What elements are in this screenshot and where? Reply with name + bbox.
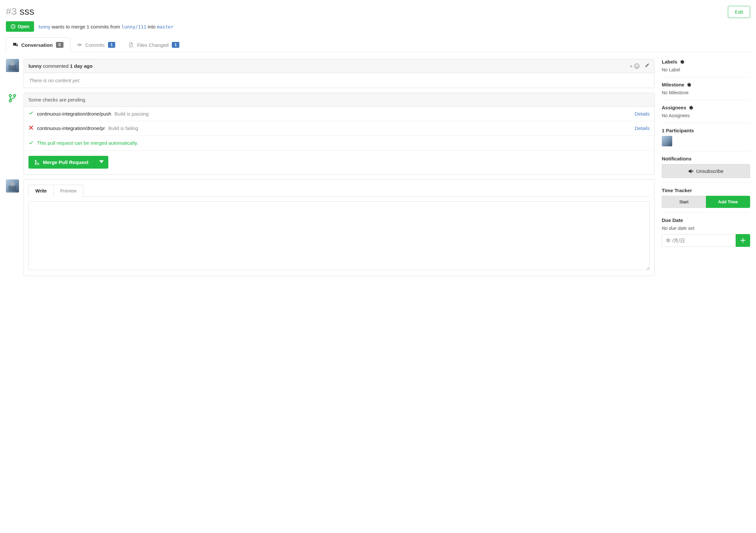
- new-comment-item: Write Preview: [6, 180, 655, 276]
- merge-dropdown-button[interactable]: [94, 156, 108, 169]
- edit-button[interactable]: Edit: [728, 6, 750, 18]
- labels-head-text: Labels: [662, 59, 677, 65]
- merge-pr-button[interactable]: Merge Pull Request: [28, 156, 94, 169]
- caret-down-icon: [99, 159, 104, 164]
- duedate-heading: Due Date: [662, 217, 750, 223]
- svg-point-2: [635, 65, 636, 66]
- tab-commits-label: Commits: [85, 42, 105, 48]
- gear-icon: [680, 60, 685, 64]
- comment-textarea[interactable]: [28, 201, 650, 270]
- timetracker-heading: Time Tracker: [662, 187, 750, 193]
- svg-point-4: [9, 95, 12, 97]
- svg-point-9: [35, 163, 36, 165]
- check-row: continuous-integration/drone/push Build …: [24, 107, 654, 121]
- source-branch[interactable]: lunny/111: [122, 24, 146, 29]
- svg-point-5: [14, 95, 16, 97]
- tab-files-label: Files Changed: [137, 42, 169, 48]
- edit-comment-button[interactable]: [644, 63, 650, 69]
- milestone-none: No Milestone: [662, 90, 750, 95]
- comment-body: There is no content yet.: [24, 73, 654, 88]
- git-merge-white-icon: [34, 160, 40, 165]
- check-details-link[interactable]: Details: [634, 111, 650, 117]
- check-context: continuous-integration/drone/push: [37, 111, 111, 117]
- participants-heading: 1 Participants: [662, 128, 750, 133]
- svg-point-3: [637, 65, 638, 66]
- page-title: #3 sss: [6, 6, 34, 17]
- git-merge-icon: [8, 94, 17, 102]
- comment-timestamp: 1 day ago: [70, 63, 93, 69]
- files-count: 1: [172, 42, 179, 48]
- merge-intro-text: wants to merge 1 commits from: [50, 24, 122, 29]
- plus-label: +: [630, 63, 633, 69]
- check-status-text: Build is passing: [115, 111, 148, 117]
- author-link[interactable]: lunny: [39, 24, 50, 29]
- merge-pr-label: Merge Pull Request: [43, 159, 88, 165]
- participant-avatar[interactable]: [662, 136, 672, 146]
- add-reaction-button[interactable]: +: [630, 63, 640, 69]
- gear-icon: [689, 105, 693, 110]
- tab-files[interactable]: Files Changed 1: [122, 38, 186, 52]
- unsubscribe-button[interactable]: Unsubscribe: [662, 164, 750, 178]
- alert-circle-icon: [11, 24, 16, 29]
- open-badge: Open: [6, 21, 34, 32]
- check-pass-icon: [28, 111, 34, 117]
- smiley-icon: [634, 63, 640, 69]
- conversation-icon: [13, 42, 18, 47]
- tab-conversation[interactable]: Conversation 0: [6, 37, 70, 52]
- duedate-none: No due date set.: [662, 226, 750, 231]
- comment-header: lunny commented 1 day ago: [28, 63, 93, 69]
- comment-verb: commented: [41, 63, 70, 69]
- tabs: Conversation 0 Commits 1 Files Changed 1: [6, 37, 750, 52]
- mute-icon: [688, 169, 693, 174]
- unsubscribe-label: Unsubscribe: [696, 168, 723, 174]
- checks-item: Some checks are pending continuous-integ…: [6, 93, 655, 175]
- avatar[interactable]: [6, 180, 19, 192]
- issue-title-text: sss: [20, 6, 34, 17]
- merge-ok-row: This pull request can be merged automati…: [24, 135, 654, 150]
- plus-icon: [741, 238, 745, 242]
- checks-heading: Some checks are pending: [24, 93, 654, 107]
- notifications-heading: Notifications: [662, 156, 750, 161]
- editor-tab-preview[interactable]: Preview: [54, 185, 83, 197]
- pencil-icon: [644, 63, 650, 68]
- svg-point-6: [9, 100, 12, 102]
- milestone-heading[interactable]: Milestone: [662, 82, 750, 87]
- into-word: into: [146, 24, 157, 29]
- target-branch[interactable]: master: [157, 24, 174, 29]
- conversation-count: 0: [56, 42, 64, 48]
- check-icon: [28, 140, 34, 146]
- check-row: continuous-integration/drone/pr Build is…: [24, 121, 654, 135]
- check-context: continuous-integration/drone/pr: [37, 126, 105, 131]
- check-details-link[interactable]: Details: [634, 126, 650, 131]
- comment-author[interactable]: lunny: [28, 63, 41, 69]
- check-fail-icon: [28, 125, 34, 131]
- labels-none: No Label: [662, 67, 750, 72]
- labels-heading[interactable]: Labels: [662, 59, 750, 65]
- tab-commits[interactable]: Commits 1: [70, 38, 122, 52]
- commit-icon: [77, 42, 82, 47]
- assignees-heading[interactable]: Assignees: [662, 105, 750, 110]
- assignees-head-text: Assignees: [662, 105, 686, 110]
- timetracker-add-button[interactable]: Add Time: [706, 196, 750, 208]
- editor-tab-write[interactable]: Write: [28, 185, 54, 197]
- commits-count: 1: [108, 42, 116, 48]
- svg-point-7: [35, 160, 36, 161]
- gear-icon: [687, 82, 691, 87]
- merge-description: lunny wants to merge 1 commits from lunn…: [39, 24, 174, 29]
- merge-ok-text: This pull request can be merged automati…: [37, 140, 138, 146]
- svg-point-1: [634, 64, 639, 68]
- check-status-text: Build is failing: [108, 126, 138, 131]
- issue-number: #3: [6, 6, 17, 17]
- duedate-input[interactable]: [662, 234, 736, 247]
- duedate-add-button[interactable]: [736, 234, 750, 247]
- avatar[interactable]: [6, 59, 19, 72]
- state-label: Open: [18, 24, 29, 29]
- merge-button-group: Merge Pull Request: [28, 156, 108, 169]
- file-diff-icon: [128, 42, 134, 47]
- timetracker-start-button[interactable]: Start: [662, 196, 706, 208]
- assignees-none: No Assignees: [662, 113, 750, 118]
- svg-point-0: [79, 44, 81, 46]
- milestone-head-text: Milestone: [662, 82, 684, 87]
- comment-item: lunny commented 1 day ago + Th: [6, 59, 655, 88]
- tab-conversation-label: Conversation: [21, 42, 53, 48]
